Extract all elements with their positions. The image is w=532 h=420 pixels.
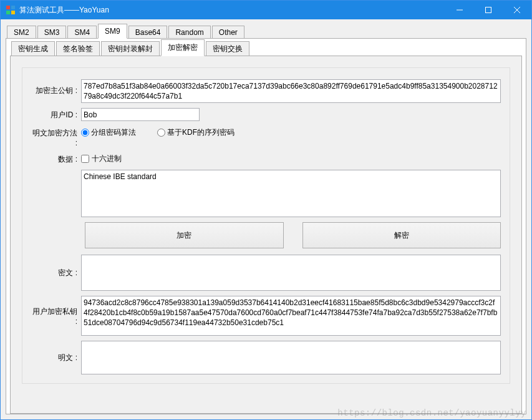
top-tab-random[interactable]: Random (168, 26, 210, 39)
radio-block-cipher-label: 分组密码算法 (91, 127, 136, 138)
title-bar: 算法测试工具——YaoYuan (1, 1, 531, 19)
enc-master-pub-input[interactable] (81, 79, 501, 103)
sub-tab-0[interactable]: 密钥生成 (11, 41, 55, 57)
close-button[interactable] (503, 1, 531, 19)
svg-rect-5 (486, 7, 491, 13)
hex-check-row: 十六进制 (81, 152, 122, 164)
minimize-button[interactable] (445, 1, 474, 19)
maximize-button[interactable] (474, 1, 503, 19)
data-label: 数据 : (31, 152, 81, 165)
svg-rect-3 (11, 11, 15, 14)
user-id-input[interactable] (81, 108, 200, 121)
client-area: SM2SM3SM4SM9Base64RandomOther 密钥生成签名验签密钥… (1, 19, 531, 419)
top-tab-base64[interactable]: Base64 (128, 26, 168, 39)
hex-checkbox-label: 十六进制 (92, 154, 122, 164)
sub-tab-1[interactable]: 签名验签 (56, 41, 100, 57)
plaintext-output[interactable] (81, 341, 501, 374)
top-tab-strip: SM2SM3SM4SM9Base64RandomOther (6, 24, 526, 39)
radio-block-cipher[interactable]: 分组密码算法 (81, 127, 136, 138)
svg-rect-1 (11, 6, 15, 9)
encrypt-decrypt-group: 加密主公钥 : 用户ID : 明文加密方法 : (22, 67, 510, 384)
sub-tab-4[interactable]: 密钥交换 (206, 41, 249, 57)
window-title: 算法测试工具——YaoYuan (19, 5, 445, 16)
svg-rect-2 (6, 11, 10, 14)
top-tab-page: 密钥生成签名验签密钥封装解封加密解密密钥交换 加密主公钥 : 用户ID : (6, 38, 526, 414)
top-tab-sm4[interactable]: SM4 (67, 26, 97, 39)
ciphertext-label: 密文 : (31, 268, 81, 278)
svg-rect-0 (6, 6, 10, 9)
app-icon (6, 5, 16, 15)
data-input[interactable] (81, 170, 501, 217)
user-enc-priv-input[interactable] (81, 296, 501, 336)
window-controls (445, 1, 531, 19)
plaintext-label: 明文 : (31, 353, 81, 363)
data-input-spacer (31, 170, 81, 172)
radio-kdf-stream[interactable]: 基于KDF的序列密码 (157, 127, 235, 138)
sub-tab-strip: 密钥生成签名验签密钥封装解封加密解密密钥交换 (10, 42, 522, 56)
top-tab-sm9[interactable]: SM9 (98, 24, 127, 39)
encrypt-button[interactable]: 加密 (85, 222, 284, 248)
sub-tab-2[interactable]: 密钥封装解封 (101, 41, 160, 57)
hex-checkbox[interactable] (81, 155, 89, 163)
radio-kdf-stream-label: 基于KDF的序列密码 (167, 127, 235, 138)
decrypt-button[interactable]: 解密 (302, 222, 501, 248)
top-tab-other[interactable]: Other (212, 26, 244, 39)
user-id-label: 用户ID : (31, 108, 81, 120)
top-tab-sm3[interactable]: SM3 (37, 26, 67, 39)
top-tab-sm2[interactable]: SM2 (7, 26, 36, 39)
application-window: 算法测试工具——YaoYuan SM2SM3SM4SM9Base64Random… (0, 0, 532, 420)
plain-method-label: 明文加密方法 : (31, 126, 81, 147)
ciphertext-output[interactable] (81, 255, 501, 291)
radio-block-cipher-input[interactable] (81, 129, 89, 137)
radio-kdf-stream-input[interactable] (157, 129, 165, 137)
sub-tab-3[interactable]: 加密解密 (161, 39, 205, 56)
plain-method-group: 分组密码算法 基于KDF的序列密码 (81, 126, 253, 138)
user-enc-priv-label: 用户加密私钥 : (31, 306, 81, 326)
sub-tab-page: 加密主公钥 : 用户ID : 明文加密方法 : (10, 56, 522, 414)
enc-master-pub-label: 加密主公钥 : (31, 79, 81, 96)
